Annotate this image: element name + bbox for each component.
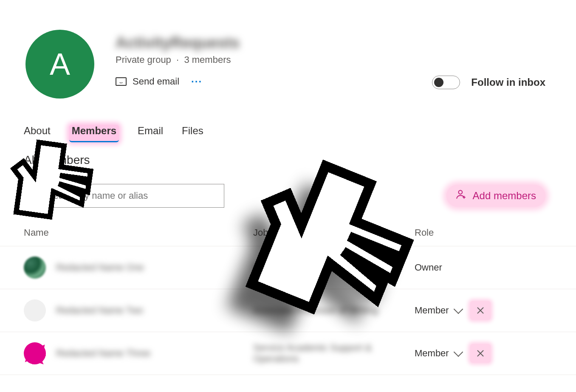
member-name: Redacted Name Three <box>56 348 150 359</box>
mail-icon <box>116 77 127 86</box>
group-privacy: Private group <box>116 54 171 65</box>
col-role: Role <box>415 227 545 238</box>
tab-files[interactable]: Files <box>182 125 203 142</box>
tab-members[interactable]: Members <box>69 125 119 142</box>
add-members-button[interactable]: Add members <box>446 185 545 207</box>
remove-member-button[interactable] <box>470 301 491 320</box>
tabs: About Members Email Files <box>0 99 576 142</box>
member-avatar <box>24 257 46 279</box>
tab-email[interactable]: Email <box>138 125 163 142</box>
more-actions-button[interactable]: ··· <box>191 76 202 87</box>
search-input[interactable] <box>46 190 216 202</box>
follow-in-inbox: Follow in inbox <box>432 76 545 89</box>
chevron-down-icon <box>453 347 463 357</box>
group-subtitle: Private group · 3 members <box>116 54 240 65</box>
role-dropdown[interactable]: Member <box>415 348 462 359</box>
svg-point-0 <box>33 193 38 198</box>
follow-label: Follow in inbox <box>471 76 545 88</box>
members-table: Name Job title Role Redacted Name One Re… <box>0 227 576 375</box>
role-dropdown[interactable]: Member <box>415 305 462 316</box>
follow-toggle[interactable] <box>432 76 460 89</box>
toggle-knob <box>434 78 443 87</box>
col-name: Name <box>24 227 253 238</box>
section-title: All members <box>0 142 576 167</box>
table-row: Redacted Name Two Associate Professor of… <box>0 289 576 332</box>
avatar-initial: A <box>50 47 70 82</box>
table-header: Name Job title Role <box>0 227 576 246</box>
close-icon <box>477 350 484 357</box>
group-header: A ActivityRequests Private group · 3 mem… <box>0 0 576 99</box>
remove-member-button[interactable] <box>470 344 491 363</box>
table-row: Redacted Name One Redacted Title Owner <box>0 246 576 289</box>
search-box[interactable] <box>24 184 224 208</box>
member-role: Member <box>415 348 449 359</box>
chevron-down-icon <box>453 305 463 314</box>
member-avatar <box>24 299 46 321</box>
member-role: Member <box>415 305 449 316</box>
group-avatar: A <box>25 30 94 99</box>
group-member-count: 3 members <box>184 54 231 65</box>
member-avatar <box>24 342 46 364</box>
member-job-title: Associate Professor of Writing <box>253 305 415 316</box>
group-title: ActivityRequests <box>116 34 240 52</box>
svg-point-2 <box>458 190 462 194</box>
svg-line-1 <box>37 197 40 199</box>
search-icon <box>32 192 40 200</box>
member-name: Redacted Name Two <box>56 305 143 316</box>
send-email-label: Send email <box>133 76 179 87</box>
send-email-button[interactable]: Send email <box>116 76 179 87</box>
tab-about[interactable]: About <box>24 125 51 142</box>
member-name: Redacted Name One <box>56 262 144 273</box>
table-row: Redacted Name Three Service Academic Sup… <box>0 332 576 375</box>
member-job-title: Service Academic Support & Operations <box>253 342 415 364</box>
member-job-title: Redacted Title <box>253 262 415 273</box>
col-job-title: Job title <box>253 227 415 238</box>
add-members-icon <box>456 189 467 203</box>
close-icon <box>477 307 484 314</box>
add-members-label: Add members <box>473 190 536 202</box>
member-role: Owner <box>415 262 442 273</box>
